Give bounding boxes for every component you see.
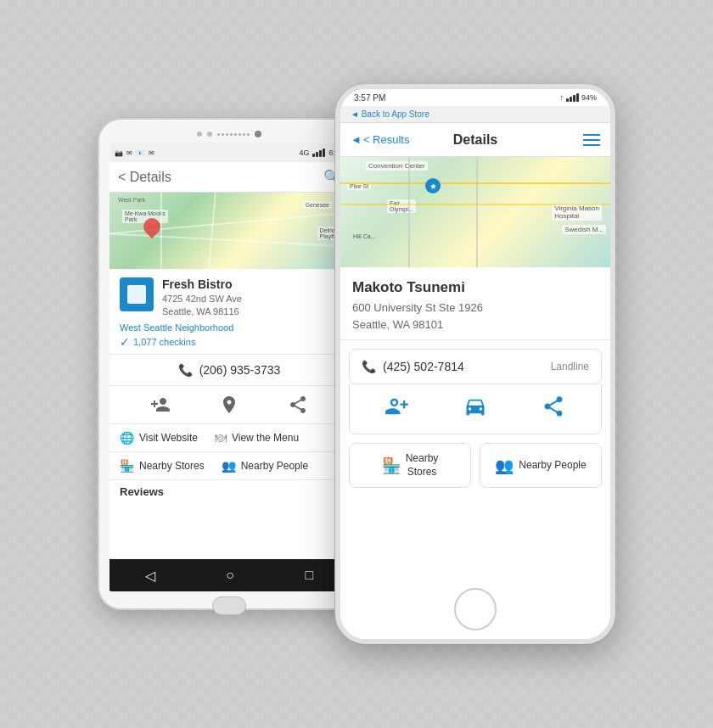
android-speaker-dot2 bbox=[222, 133, 224, 136]
android-speaker-dot3 bbox=[226, 133, 228, 136]
iphone-nearby-stores-button[interactable]: 🏪 NearbyStores bbox=[349, 443, 471, 488]
iphone-share-icon[interactable] bbox=[542, 395, 565, 423]
iphone-app-store-bar: ◄ Back to App Store bbox=[340, 106, 610, 123]
android-dot-1 bbox=[197, 132, 202, 137]
android-nearby-people-label: Nearby People bbox=[241, 460, 308, 472]
iphone-status-bar: 3:57 PM ↑ 94% bbox=[340, 89, 610, 106]
android-links-row: 🌐 Visit Website 🍽 View the Menu bbox=[109, 424, 349, 452]
android-map: West Park Me·Kwa·MooksPark Genesee Delri… bbox=[109, 193, 349, 269]
visit-website-label: Visit Website bbox=[139, 432, 198, 444]
biz-address: 4725 42nd SW Ave Seattle, WA 98116 bbox=[162, 293, 242, 319]
add-contact-icon[interactable] bbox=[150, 395, 171, 415]
android-screen: 📷 ✉ 📧 ✉ 4G 6:46 < Deta bbox=[109, 143, 349, 559]
android-speaker-dot bbox=[217, 133, 220, 136]
iphone-phone-number: (425) 502-7814 bbox=[383, 360, 464, 373]
android-reviews-header: Reviews bbox=[109, 479, 349, 503]
nearby-stores-label: NearbyStores bbox=[406, 452, 439, 479]
android-bottom-nav: ◁ ○ □ bbox=[109, 559, 349, 591]
android-speaker-dot7 bbox=[243, 133, 245, 136]
android-action-row bbox=[109, 386, 349, 424]
android-signal-bars bbox=[312, 148, 325, 157]
android-speaker-dot5 bbox=[234, 133, 237, 136]
android-speaker-dot8 bbox=[247, 133, 250, 136]
view-menu-label: View the Menu bbox=[232, 432, 299, 444]
iphone-phone-type: Landline bbox=[551, 361, 589, 372]
iphone-location-icon: ↑ bbox=[559, 93, 564, 102]
android-nearby-stores-label: Nearby Stores bbox=[139, 460, 205, 472]
iphone: 3:57 PM ↑ 94% ◄ Back to App Store bbox=[335, 84, 615, 644]
android-top-bar bbox=[99, 120, 359, 143]
iphone-nearby-people-button[interactable]: 👥 Nearby People bbox=[480, 443, 602, 488]
android-dot-2 bbox=[207, 132, 212, 137]
android-back-button[interactable]: < Details bbox=[118, 170, 171, 185]
iphone-nav-bar: ◄ < Results Details bbox=[340, 123, 610, 157]
iphone-phone-row[interactable]: 📞 (425) 502-7814 Landline bbox=[349, 349, 602, 384]
location-icon[interactable] bbox=[219, 395, 239, 415]
phone-icon: 📞 bbox=[178, 363, 193, 377]
android-nav-header: < Details 🔍 bbox=[109, 162, 349, 193]
iphone-menu-button[interactable] bbox=[583, 134, 600, 146]
android-home-nav[interactable]: ○ bbox=[226, 568, 234, 583]
iphone-map: Convention Center Pike St Virginia Mason… bbox=[340, 157, 610, 267]
contact-name: Makoto Tsunemi bbox=[352, 279, 598, 296]
android-phone: 📷 ✉ 📧 ✉ 4G 6:46 < Deta bbox=[98, 118, 361, 610]
contact-address: 600 University St Ste 1926 Seattle, WA 9… bbox=[352, 300, 598, 333]
android-back-nav[interactable]: ◁ bbox=[145, 568, 155, 584]
biz-icon-inner bbox=[127, 285, 146, 304]
iphone-nearby-row: 🏪 NearbyStores 👥 Nearby People bbox=[349, 443, 602, 488]
iphone-map-pin: ★ bbox=[425, 178, 441, 193]
iphone-nav-title: Details bbox=[453, 132, 497, 148]
iphone-action-icons bbox=[349, 384, 602, 434]
android-nearby-stores[interactable]: 🏪 Nearby Stores bbox=[120, 459, 205, 473]
back-to-appstore[interactable]: ◄ Back to App Store bbox=[351, 109, 429, 119]
android-signal-label: 4G bbox=[299, 148, 309, 157]
android-recents-nav[interactable]: □ bbox=[306, 568, 314, 583]
biz-checkins: ✓ 1,077 checkins bbox=[120, 335, 339, 349]
biz-name: Fresh Bistro bbox=[162, 277, 242, 291]
iphone-home-button[interactable] bbox=[454, 588, 497, 630]
android-nearby-people[interactable]: 👥 Nearby People bbox=[222, 459, 308, 473]
iphone-battery: 94% bbox=[581, 93, 597, 102]
phones-container: 📷 ✉ 📧 ✉ 4G 6:46 < Deta bbox=[98, 84, 615, 644]
iphone-phone-icon: 📞 bbox=[362, 360, 376, 373]
view-menu-link[interactable]: 🍽 View the Menu bbox=[215, 431, 299, 445]
iphone-screen: 3:57 PM ↑ 94% ◄ Back to App Store bbox=[340, 89, 610, 639]
nearby-stores-icon: 🏪 bbox=[382, 456, 401, 475]
iphone-time: 3:57 PM bbox=[354, 93, 385, 103]
iphone-back-label: < Results bbox=[363, 133, 410, 146]
android-speaker-dot4 bbox=[230, 133, 233, 136]
android-status-bar: 📷 ✉ 📧 ✉ 4G 6:46 bbox=[109, 143, 349, 162]
iphone-status-right: ↑ 94% bbox=[559, 93, 597, 102]
android-phone-number: (206) 935-3733 bbox=[199, 363, 281, 377]
iphone-phone-left: 📞 (425) 502-7814 bbox=[362, 360, 464, 373]
android-biz-info: Fresh Bistro 4725 42nd SW Ave Seattle, W… bbox=[109, 269, 349, 355]
iphone-directions-icon[interactable] bbox=[463, 395, 487, 423]
iphone-contact-icon[interactable] bbox=[385, 395, 409, 423]
android-home-button[interactable] bbox=[212, 596, 246, 615]
android-camera bbox=[255, 131, 261, 137]
android-nearby-row: 🏪 Nearby Stores 👥 Nearby People bbox=[109, 452, 349, 479]
share-icon[interactable] bbox=[288, 395, 308, 415]
android-speaker-dot6 bbox=[239, 133, 241, 136]
iphone-contact-info: Makoto Tsunemi 600 University St Ste 192… bbox=[340, 267, 610, 340]
biz-icon-box bbox=[120, 277, 154, 311]
visit-website-link[interactable]: 🌐 Visit Website bbox=[120, 431, 198, 445]
biz-text: Fresh Bistro 4725 42nd SW Ave Seattle, W… bbox=[162, 277, 242, 319]
android-phone-row[interactable]: 📞 (206) 935-3733 bbox=[109, 355, 349, 386]
biz-neighborhood: West Seattle Neighborhood bbox=[120, 322, 339, 333]
nearby-people-icon: 👥 bbox=[495, 456, 514, 475]
android-status-icons: 📷 ✉ 📧 ✉ bbox=[115, 149, 155, 157]
iphone-back-button[interactable]: ◄ < Results bbox=[351, 133, 409, 146]
nearby-people-label: Nearby People bbox=[519, 459, 586, 473]
